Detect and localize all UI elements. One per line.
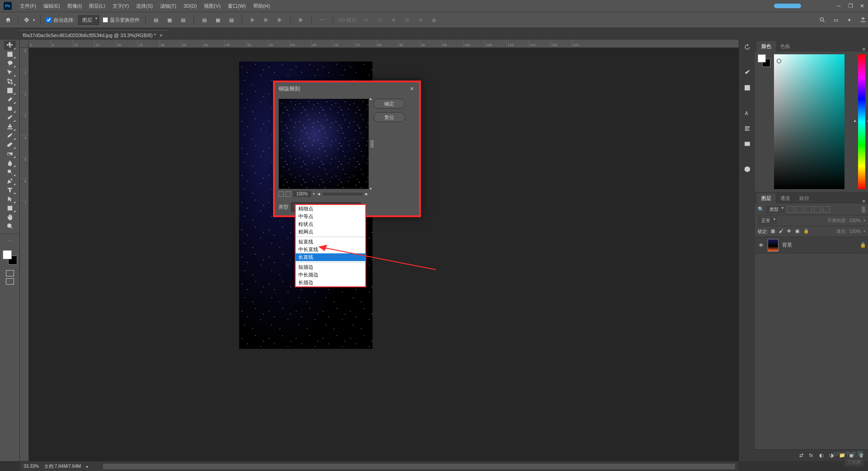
preview-actual-button[interactable]: [286, 191, 291, 197]
distribute-bottom-icon[interactable]: ⊪: [275, 15, 285, 25]
dropdown-option[interactable]: 中长直线: [296, 246, 365, 253]
home-button[interactable]: [4, 15, 13, 24]
dropdown-option[interactable]: 粗网点: [296, 228, 365, 236]
distribute-top-icon[interactable]: ⊪: [248, 15, 258, 25]
align-bottom-icon[interactable]: ▤: [226, 15, 236, 25]
menu-filter[interactable]: 滤镜(T): [156, 3, 180, 10]
blur-tool[interactable]: [4, 158, 16, 167]
align-center-v-icon[interactable]: ▦: [213, 15, 223, 25]
canvas-area[interactable]: 0510152025303540455055606570758085909510…: [20, 40, 739, 461]
menu-window[interactable]: 窗口(W): [224, 3, 250, 10]
filter-type-dropdown[interactable]: 类型: [766, 205, 785, 214]
status-zoom[interactable]: 33.33%: [24, 464, 39, 469]
lock-transparency-icon[interactable]: ▦: [771, 228, 777, 235]
filter-toggle-icon[interactable]: [862, 206, 865, 213]
align-center-h-icon[interactable]: ▦: [165, 15, 175, 25]
dropdown-option[interactable]: 粒状点: [296, 220, 365, 228]
glyphs-panel-icon[interactable]: [743, 139, 752, 148]
layer-visibility-icon[interactable]: 👁: [758, 243, 764, 248]
healing-tool[interactable]: [4, 104, 16, 113]
shape-tool[interactable]: [4, 204, 16, 213]
color-mini-swatches[interactable]: [758, 54, 770, 67]
document-tab-close-button[interactable]: ×: [160, 33, 162, 38]
screenmode-icon[interactable]: [6, 278, 14, 285]
menu-select[interactable]: 选择(S): [132, 3, 156, 10]
menu-view[interactable]: 视图(V): [200, 3, 224, 10]
align-left-icon[interactable]: ▤: [151, 15, 161, 25]
workspace-dropdown-icon[interactable]: ▾: [844, 15, 854, 25]
dropdown-option[interactable]: 短描边: [296, 263, 365, 271]
auto-select-checkbox[interactable]: 自动选择:: [46, 17, 75, 24]
auto-select-input[interactable]: [46, 17, 52, 23]
fill-value[interactable]: 100%: [849, 229, 861, 234]
show-transform-checkbox[interactable]: 显示变换控件: [103, 17, 140, 24]
edit-toolbar-button[interactable]: ⋯: [4, 237, 16, 246]
lock-artboard-icon[interactable]: ▣: [795, 228, 802, 235]
preview-scroll-vertical[interactable]: ▲ ▼: [370, 99, 373, 189]
align-right-icon[interactable]: ▤: [178, 15, 188, 25]
document-tab[interactable]: f9a37d0ac9c5ec481d0203b6cf0534d.jpg @ 33…: [18, 30, 167, 40]
menu-image[interactable]: 图像(I): [64, 3, 85, 10]
filter-pixel-icon[interactable]: [787, 206, 794, 213]
status-doc-info[interactable]: 文档:7.84M/7.84M: [44, 463, 81, 470]
layer-lock-indicator-icon[interactable]: 🔒: [860, 242, 865, 248]
color-panel-menu-icon[interactable]: ≡: [863, 46, 865, 52]
lock-position-icon[interactable]: ✥: [787, 228, 793, 235]
dialog-reset-button[interactable]: 复位: [373, 112, 405, 122]
blend-mode-dropdown[interactable]: 正常: [758, 217, 777, 225]
new-layer-icon[interactable]: ▣: [849, 452, 855, 459]
dropdown-option[interactable]: 长直线: [296, 253, 365, 261]
delete-layer-icon[interactable]: 🗑: [859, 452, 865, 459]
preview-scroll-thumb[interactable]: [370, 139, 374, 148]
dropdown-option[interactable]: 短直线: [296, 238, 365, 246]
dropdown-option[interactable]: 精细点: [296, 205, 365, 213]
color-picker-ring-icon[interactable]: [777, 59, 781, 63]
layer-fx-icon[interactable]: fx: [809, 452, 816, 459]
zoom-dropdown-icon[interactable]: ▾: [313, 192, 315, 196]
hue-marker-icon[interactable]: [856, 121, 867, 122]
filter-search-icon[interactable]: 🔍: [758, 206, 764, 212]
history-panel-icon[interactable]: [743, 43, 752, 52]
window-close-button[interactable]: ✕: [858, 3, 867, 9]
menu-help[interactable]: 帮助(H): [250, 3, 274, 10]
eraser-tool[interactable]: [4, 140, 16, 149]
filter-type-icon[interactable]: [805, 206, 812, 213]
share-icon[interactable]: [858, 15, 868, 25]
auto-select-target-dropdown[interactable]: 图层: [78, 15, 99, 25]
cloud-status-icon[interactable]: [774, 4, 801, 8]
scroll-down-arrow-icon[interactable]: ▼: [369, 187, 373, 191]
zoom-tool[interactable]: [4, 222, 16, 231]
lock-paint-icon[interactable]: 🖌: [779, 228, 785, 235]
mini-fg-swatch[interactable]: [758, 54, 766, 62]
layers-panel-menu-icon[interactable]: ≡: [863, 198, 865, 204]
opacity-value[interactable]: 100%: [849, 218, 861, 223]
filter-shape-icon[interactable]: [814, 206, 821, 213]
history-brush-tool[interactable]: [4, 131, 16, 140]
channels-tab[interactable]: 通道: [776, 193, 795, 204]
lock-all-icon[interactable]: 🔒: [803, 228, 810, 235]
preview-zoom-value[interactable]: 100%: [293, 191, 311, 197]
dropdown-arrow-icon[interactable]: ▾: [33, 18, 35, 22]
opacity-dropdown-icon[interactable]: ▾: [863, 219, 865, 223]
distribute-center-v-icon[interactable]: ⊪: [261, 15, 271, 25]
preview-zoom-out-button[interactable]: ◄: [316, 191, 321, 196]
dialog-close-button[interactable]: ×: [408, 85, 415, 92]
layer-name[interactable]: 背景: [782, 242, 792, 248]
layers-tab[interactable]: 图层: [757, 193, 776, 204]
show-transform-input[interactable]: [103, 17, 108, 23]
align-top-icon[interactable]: ▤: [199, 15, 209, 25]
filter-smart-icon[interactable]: [823, 206, 830, 213]
swatches-tab[interactable]: 色板: [776, 41, 795, 52]
workspace-switcher-icon[interactable]: ▭: [831, 15, 841, 25]
window-minimize-button[interactable]: ─: [834, 3, 843, 9]
paths-tab[interactable]: 路径: [795, 193, 814, 204]
hue-strip[interactable]: [858, 54, 865, 189]
hand-tool[interactable]: [4, 213, 16, 222]
search-icon[interactable]: [817, 15, 827, 25]
horizontal-scrollbar[interactable]: [103, 464, 735, 469]
layer-group-icon[interactable]: 📁: [839, 452, 845, 459]
brush-tool[interactable]: [4, 113, 16, 122]
dropdown-option[interactable]: 中等点: [296, 213, 365, 220]
horizontal-ruler[interactable]: 0510152025303540455055606570758085909510…: [29, 40, 739, 48]
dodge-tool[interactable]: [4, 167, 16, 176]
